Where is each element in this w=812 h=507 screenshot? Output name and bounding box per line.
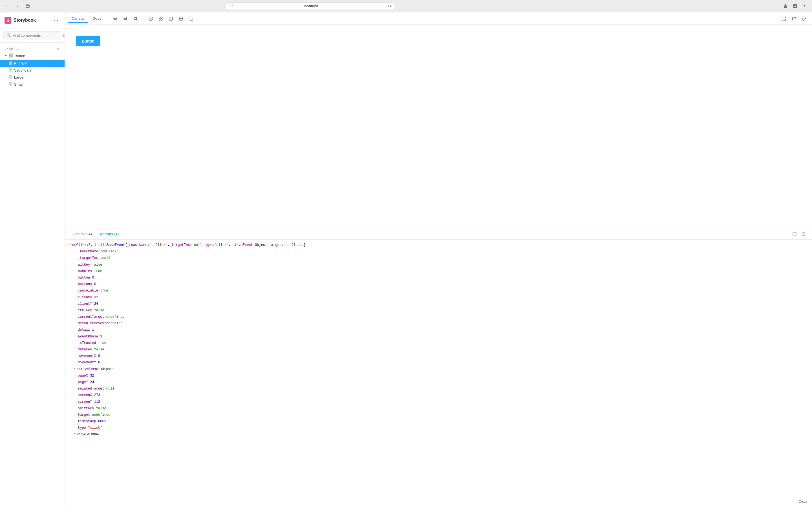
expand-arrow: ▼	[4, 54, 7, 57]
story-icon-primary	[9, 61, 12, 65]
svg-rect-35	[190, 17, 193, 20]
external-link-button[interactable]	[790, 14, 799, 23]
primary-label: Primary	[14, 61, 27, 65]
panel-split-button[interactable]	[791, 230, 799, 238]
log-entry: _reactName: "onClick"	[65, 248, 812, 255]
back-button[interactable]: ‹	[3, 2, 11, 10]
sidebar-nav: EXAMPLE ✕ ▼ Button	[0, 43, 64, 90]
svg-rect-28	[161, 17, 162, 18]
svg-rect-15	[10, 83, 11, 85]
log-entry: target: undefined	[65, 412, 812, 418]
sidebar-item-large[interactable]: Large	[0, 74, 64, 81]
log-entry: button: 0	[65, 275, 812, 281]
log-entry: timeStamp: 8803	[65, 418, 812, 425]
layout-stacked-button[interactable]	[176, 14, 186, 23]
app-layout: S Storybook ··· 🔍 / EXAMPLE ✕ ▼	[0, 12, 812, 507]
svg-line-24	[137, 19, 137, 20]
add-tab-button[interactable]: +	[801, 2, 809, 10]
svg-rect-30	[161, 19, 162, 20]
svg-rect-4	[9, 54, 11, 55]
clear-button[interactable]: Clear	[799, 499, 808, 504]
address-bar[interactable]: 🛡 localhost ↺	[226, 3, 395, 10]
svg-rect-0	[26, 5, 29, 8]
log-entry: isTrusted: true	[65, 340, 812, 346]
layout-free-button[interactable]	[187, 14, 196, 23]
sidebar-item-button-group[interactable]: ▼ Button	[0, 52, 64, 60]
svg-rect-26	[149, 17, 152, 20]
log-entry: movementX: 0	[65, 353, 812, 359]
svg-rect-29	[159, 19, 160, 20]
browser-chrome: ‹ › 🛡 localhost ↺ +	[0, 0, 812, 12]
bottom-panel: Controls (4) Actions (1)	[65, 228, 812, 507]
sidebar-menu-button[interactable]: ···	[52, 16, 60, 24]
reload-button[interactable]: ↺	[388, 4, 391, 8]
svg-rect-5	[11, 54, 13, 55]
bottom-panel-wrapper: Controls (4) Actions (1)	[65, 228, 812, 507]
zoom-out-button[interactable]	[121, 14, 130, 23]
story-icon-large	[9, 75, 12, 79]
expand-arrow[interactable]: ▶	[74, 432, 75, 436]
sidebar-title: Storybook	[13, 18, 36, 23]
sidebar-item-small[interactable]: Small	[0, 81, 64, 88]
log-entry: currentTarget: undefined	[65, 314, 812, 320]
log-entry: ▶nativeEvent: Object	[65, 366, 812, 373]
forward-button[interactable]: ›	[13, 2, 21, 10]
sidebar-header: S Storybook ···	[0, 12, 64, 29]
sidebar-item-primary[interactable]: Primary	[0, 60, 64, 67]
search-input[interactable]	[13, 33, 60, 38]
browser-actions: +	[781, 2, 809, 10]
expand-button[interactable]	[779, 14, 788, 23]
tab-canvas[interactable]: Canvas	[68, 15, 88, 23]
log-entry: _targetInst: null	[65, 255, 812, 262]
tab-actions[interactable]: Actions (1)	[96, 230, 122, 238]
share-button[interactable]	[781, 2, 790, 10]
copy-link-button[interactable]	[800, 14, 809, 23]
toolbar: Canvas Docs	[65, 12, 812, 25]
zoom-reset-button[interactable]	[131, 14, 140, 23]
button-group-label: Button	[15, 54, 26, 58]
log-entry: shiftKey: false	[65, 405, 812, 412]
canvas-area: Button	[65, 25, 812, 228]
section-close-button[interactable]: ✕	[56, 47, 60, 51]
toolbar-divider-2	[143, 16, 143, 21]
log-entry: pageX: 32	[65, 373, 812, 379]
zoom-in-button[interactable]	[111, 14, 120, 23]
tab-docs[interactable]: Docs	[89, 15, 105, 23]
sidebar-item-secondary[interactable]: Secondary	[0, 67, 64, 74]
log-entry: screenX: 273	[65, 392, 812, 399]
expand-arrow[interactable]: ▶	[74, 367, 75, 371]
panel-close-button[interactable]	[800, 230, 808, 238]
actions-log: ▼onClick: SyntheticBaseEvent {_reactName…	[65, 240, 812, 507]
new-window-button[interactable]	[791, 2, 799, 10]
preview-button[interactable]: Button	[76, 36, 100, 46]
log-entry: screenY: 112	[65, 399, 812, 405]
panel-tabs: Controls (4) Actions (1)	[65, 228, 812, 240]
log-entry: clientX: 32	[65, 294, 812, 301]
secondary-label: Secondary	[14, 68, 32, 72]
story-icon-small	[9, 82, 12, 87]
log-entry: clientY: 24	[65, 301, 812, 307]
log-entry: relatedTarget: null	[65, 386, 812, 392]
group-icon	[9, 54, 13, 58]
panel-tabs-right	[791, 230, 808, 238]
search-box: 🔍 /	[3, 31, 61, 40]
url-display: localhost	[236, 4, 386, 8]
small-label: Small	[14, 82, 23, 87]
svg-line-21	[126, 19, 127, 20]
tab-controls[interactable]: Controls (4)	[69, 230, 95, 238]
sidebar-search: 🔍 /	[0, 29, 64, 43]
log-entry: defaultPrevented: false	[65, 320, 812, 327]
toolbar-divider	[108, 16, 108, 21]
svg-rect-27	[159, 17, 160, 18]
section-label: EXAMPLE ✕	[0, 45, 64, 52]
main-content: Canvas Docs	[65, 12, 812, 507]
layout-split-button[interactable]	[166, 14, 175, 23]
logo-letter: S	[6, 18, 9, 22]
svg-rect-9	[10, 62, 11, 64]
layout-grid-button[interactable]	[156, 14, 165, 23]
log-entry: altKey: false	[65, 262, 812, 268]
layout-single-button[interactable]	[146, 14, 155, 23]
expand-arrow[interactable]: ▼	[69, 242, 71, 247]
svg-line-17	[116, 19, 117, 20]
tab-button[interactable]	[24, 2, 32, 10]
